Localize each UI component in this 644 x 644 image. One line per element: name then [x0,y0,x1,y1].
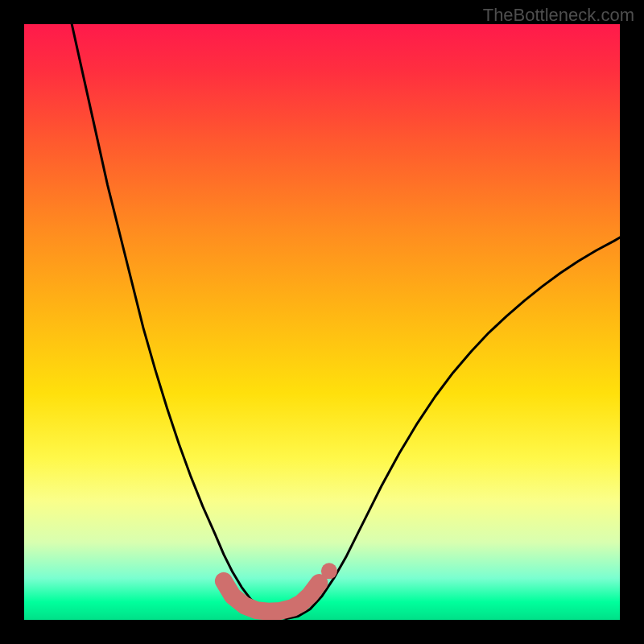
bottom-marker-stroke [224,581,319,612]
plot-area [24,24,620,620]
curves-svg [24,24,620,620]
curve-left [72,24,286,619]
curve-right [287,237,620,619]
chart-container: TheBottleneck.com [0,0,644,644]
bottom-marker-dot [321,563,337,579]
watermark-text: TheBottleneck.com [483,5,634,26]
